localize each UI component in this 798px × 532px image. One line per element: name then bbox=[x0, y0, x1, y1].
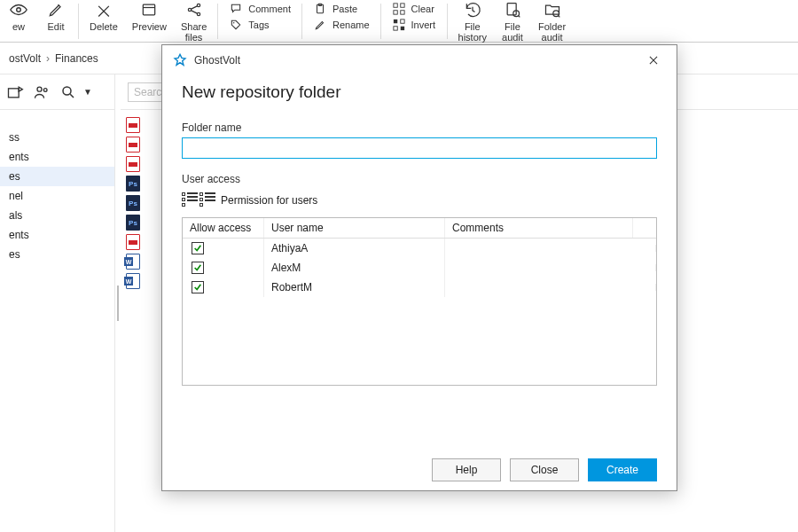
svg-point-0 bbox=[17, 8, 21, 12]
svg-point-5 bbox=[233, 22, 235, 24]
file-audit-icon bbox=[503, 0, 522, 20]
share-icon bbox=[184, 0, 204, 20]
sidebar-item[interactable]: es bbox=[0, 167, 114, 186]
photoshop-file-icon[interactable] bbox=[126, 176, 140, 192]
dialog-title: New repository folder bbox=[182, 82, 657, 102]
history-icon bbox=[463, 0, 482, 20]
svg-rect-15 bbox=[400, 27, 403, 30]
svg-point-20 bbox=[37, 87, 42, 91]
comment-tags-group: Comment Tags bbox=[222, 0, 298, 43]
word-file-icon[interactable] bbox=[126, 273, 140, 289]
svg-rect-9 bbox=[400, 4, 403, 7]
preview-icon bbox=[139, 0, 159, 20]
sidebar-item[interactable]: nel bbox=[0, 186, 114, 206]
view-button[interactable]: ew bbox=[0, 0, 37, 43]
separator bbox=[78, 4, 79, 39]
view-icon bbox=[9, 0, 28, 20]
folder-audit-icon bbox=[543, 0, 562, 20]
word-file-icon[interactable] bbox=[126, 254, 140, 270]
col-comments[interactable]: Comments bbox=[445, 218, 633, 238]
edit-button[interactable]: Edit bbox=[37, 0, 74, 43]
file-audit-button[interactable]: File audit bbox=[494, 0, 531, 43]
user-access-label: User access bbox=[182, 173, 657, 185]
user-access-grid: Allow access User name Comments AthiyaA … bbox=[182, 217, 657, 386]
allow-checkbox[interactable] bbox=[192, 242, 204, 254]
grid-row[interactable]: RobertM bbox=[183, 278, 656, 297]
col-user[interactable]: User name bbox=[264, 218, 445, 238]
users-icon[interactable] bbox=[32, 82, 51, 102]
photoshop-file-icon[interactable] bbox=[126, 215, 140, 231]
search-icon[interactable] bbox=[59, 82, 78, 102]
chevron-down-icon[interactable]: ▼ bbox=[83, 87, 92, 97]
separator bbox=[301, 4, 302, 39]
allow-checkbox[interactable] bbox=[192, 262, 204, 274]
svg-point-21 bbox=[43, 88, 47, 91]
pdf-file-icon[interactable] bbox=[126, 137, 140, 153]
crumb-root[interactable]: ostVolt bbox=[9, 52, 41, 65]
allow-checkbox[interactable] bbox=[192, 281, 204, 293]
separator bbox=[380, 4, 381, 39]
svg-rect-12 bbox=[393, 20, 396, 23]
share-button[interactable]: Share files bbox=[174, 0, 214, 43]
separator bbox=[447, 4, 448, 39]
permission-label: Permission for users bbox=[221, 194, 317, 207]
photoshop-file-icon[interactable] bbox=[126, 195, 140, 211]
sidebar: ▼ ss ents es nel als ents es bbox=[0, 74, 115, 532]
cell-comments bbox=[445, 284, 656, 291]
delete-button[interactable]: Delete bbox=[82, 0, 125, 43]
sidebar-toolbar: ▼ bbox=[0, 74, 114, 110]
tags-button[interactable]: Tags bbox=[229, 18, 269, 32]
sidebar-item[interactable]: als bbox=[0, 206, 114, 225]
paste-button[interactable]: Paste bbox=[313, 2, 357, 16]
chevron-right-icon: › bbox=[46, 52, 50, 65]
svg-rect-1 bbox=[144, 4, 155, 15]
grid-clear-icon bbox=[392, 2, 406, 16]
help-button[interactable]: Help bbox=[432, 458, 501, 481]
dialog-footer: Help Close Create bbox=[162, 448, 677, 490]
permission-button[interactable]: Permission for users bbox=[182, 192, 657, 208]
share-small-icon[interactable] bbox=[5, 82, 25, 102]
sidebar-item[interactable]: ents bbox=[0, 225, 114, 245]
sidebar-item[interactable]: ents bbox=[0, 147, 114, 167]
svg-rect-8 bbox=[393, 4, 396, 7]
svg-point-18 bbox=[552, 11, 559, 17]
comment-icon bbox=[229, 2, 243, 16]
sidebar-item[interactable]: es bbox=[0, 245, 114, 264]
svg-rect-19 bbox=[9, 88, 20, 97]
separator bbox=[217, 4, 218, 39]
edit-icon bbox=[46, 0, 66, 20]
rename-button[interactable]: Rename bbox=[313, 18, 370, 32]
sidebar-item[interactable]: ss bbox=[0, 115, 114, 147]
pdf-file-icon[interactable] bbox=[126, 234, 140, 250]
delete-icon bbox=[94, 0, 113, 20]
file-history-button[interactable]: File history bbox=[451, 0, 494, 43]
dialog-titlebar: GhostVolt bbox=[162, 45, 677, 75]
grid-row[interactable]: AthiyaA bbox=[183, 239, 656, 258]
crumb-leaf[interactable]: Finances bbox=[55, 52, 98, 65]
permission-icon bbox=[182, 192, 212, 208]
create-button[interactable]: Create bbox=[588, 458, 657, 481]
folder-name-input[interactable] bbox=[182, 137, 657, 159]
grid-invert-icon bbox=[392, 18, 406, 32]
grid-header: Allow access User name Comments bbox=[183, 218, 656, 239]
cell-comments bbox=[445, 245, 656, 252]
grid-row[interactable]: AlexM bbox=[183, 258, 656, 278]
tags-icon bbox=[229, 18, 243, 32]
folder-audit-button[interactable]: Folder audit bbox=[531, 0, 573, 43]
svg-rect-16 bbox=[507, 4, 516, 15]
dialog-app-name: GhostVolt bbox=[194, 54, 240, 66]
svg-rect-11 bbox=[400, 11, 403, 14]
rename-icon bbox=[313, 18, 327, 32]
close-button[interactable] bbox=[641, 48, 666, 73]
ghostvolt-logo-icon bbox=[173, 53, 187, 67]
pdf-file-icon[interactable] bbox=[126, 117, 140, 133]
close-dialog-button[interactable]: Close bbox=[510, 458, 579, 481]
clear-invert-group: Clear Invert bbox=[385, 0, 443, 43]
preview-button[interactable]: Preview bbox=[125, 0, 174, 43]
invert-button[interactable]: Invert bbox=[392, 18, 436, 32]
pdf-file-icon[interactable] bbox=[126, 156, 140, 172]
comment-button[interactable]: Comment bbox=[229, 2, 291, 16]
col-allow[interactable]: Allow access bbox=[183, 218, 264, 238]
clear-button[interactable]: Clear bbox=[392, 2, 434, 16]
folder-name-label: Folder name bbox=[182, 121, 657, 134]
